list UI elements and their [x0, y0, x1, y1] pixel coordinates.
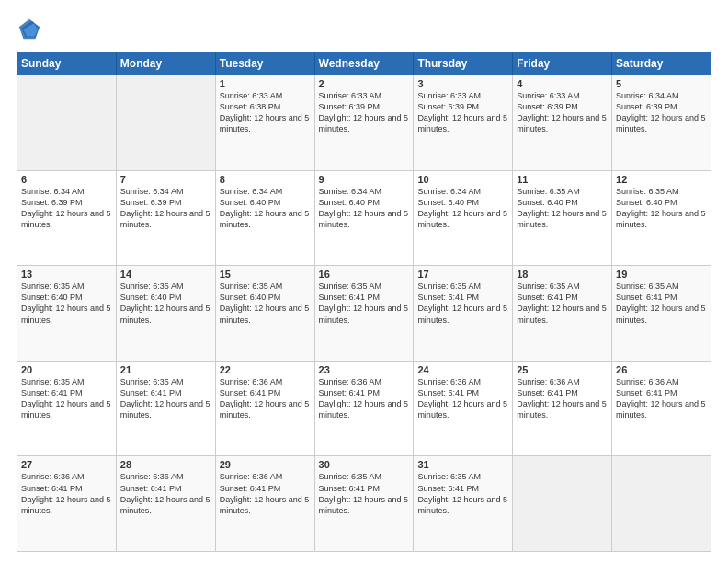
calendar-cell: 9Sunrise: 6:34 AMSunset: 6:40 PMDaylight…: [314, 170, 414, 266]
calendar-cell: 25Sunrise: 6:36 AMSunset: 6:41 PMDayligh…: [513, 361, 612, 456]
day-number: 3: [417, 78, 508, 89]
calendar-cell: 26Sunrise: 6:36 AMSunset: 6:41 PMDayligh…: [612, 361, 711, 456]
calendar-cell: 2Sunrise: 6:33 AMSunset: 6:39 PMDaylight…: [314, 75, 414, 171]
calendar-cell: 1Sunrise: 6:33 AMSunset: 6:38 PMDaylight…: [215, 75, 314, 171]
day-info: Sunrise: 6:36 AMSunset: 6:41 PMDaylight:…: [120, 471, 211, 516]
day-info: Sunrise: 6:35 AMSunset: 6:41 PMDaylight:…: [319, 471, 410, 516]
header: [17, 17, 711, 42]
day-number: 9: [319, 174, 410, 185]
week-row-1: 1Sunrise: 6:33 AMSunset: 6:38 PMDaylight…: [17, 75, 711, 171]
day-number: 5: [616, 78, 707, 89]
day-info: Sunrise: 6:33 AMSunset: 6:39 PMDaylight:…: [319, 90, 410, 135]
day-number: 16: [319, 269, 410, 280]
logo: [17, 17, 46, 42]
calendar-cell: 29Sunrise: 6:36 AMSunset: 6:41 PMDayligh…: [215, 456, 314, 552]
day-info: Sunrise: 6:35 AMSunset: 6:41 PMDaylight:…: [417, 281, 508, 326]
day-number: 28: [120, 459, 211, 470]
day-info: Sunrise: 6:35 AMSunset: 6:41 PMDaylight:…: [616, 281, 707, 326]
calendar-cell: 17Sunrise: 6:35 AMSunset: 6:41 PMDayligh…: [414, 266, 513, 362]
weekday-header-sunday: Sunday: [17, 52, 117, 75]
day-number: 2: [319, 78, 410, 89]
day-info: Sunrise: 6:35 AMSunset: 6:40 PMDaylight:…: [220, 281, 311, 326]
calendar-cell: 10Sunrise: 6:34 AMSunset: 6:40 PMDayligh…: [414, 170, 513, 266]
day-info: Sunrise: 6:36 AMSunset: 6:41 PMDaylight:…: [21, 471, 112, 516]
day-number: 13: [21, 269, 112, 280]
day-info: Sunrise: 6:36 AMSunset: 6:41 PMDaylight:…: [220, 376, 311, 421]
calendar-cell: [612, 456, 711, 552]
calendar-cell: 19Sunrise: 6:35 AMSunset: 6:41 PMDayligh…: [612, 266, 711, 362]
calendar-cell: 16Sunrise: 6:35 AMSunset: 6:41 PMDayligh…: [314, 266, 414, 362]
day-number: 10: [417, 174, 508, 185]
day-number: 24: [417, 364, 508, 375]
calendar-cell: 5Sunrise: 6:34 AMSunset: 6:39 PMDaylight…: [612, 75, 711, 171]
week-row-5: 27Sunrise: 6:36 AMSunset: 6:41 PMDayligh…: [17, 456, 711, 552]
weekday-header-wednesday: Wednesday: [314, 52, 414, 75]
day-info: Sunrise: 6:35 AMSunset: 6:41 PMDaylight:…: [417, 471, 508, 516]
day-info: Sunrise: 6:36 AMSunset: 6:41 PMDaylight:…: [417, 376, 508, 421]
day-number: 25: [517, 364, 608, 375]
day-info: Sunrise: 6:36 AMSunset: 6:41 PMDaylight:…: [616, 376, 707, 421]
calendar-cell: 13Sunrise: 6:35 AMSunset: 6:40 PMDayligh…: [17, 266, 117, 362]
day-info: Sunrise: 6:34 AMSunset: 6:39 PMDaylight:…: [120, 186, 211, 231]
day-number: 6: [21, 174, 112, 185]
day-number: 8: [220, 174, 311, 185]
day-number: 21: [120, 364, 211, 375]
day-number: 30: [319, 459, 410, 470]
weekday-header-row: SundayMondayTuesdayWednesdayThursdayFrid…: [17, 52, 711, 75]
day-number: 7: [120, 174, 211, 185]
day-info: Sunrise: 6:35 AMSunset: 6:40 PMDaylight:…: [616, 186, 707, 231]
weekday-header-monday: Monday: [116, 52, 215, 75]
day-info: Sunrise: 6:35 AMSunset: 6:41 PMDaylight:…: [120, 376, 211, 421]
day-info: Sunrise: 6:35 AMSunset: 6:41 PMDaylight:…: [21, 376, 112, 421]
calendar-cell: [17, 75, 117, 171]
calendar-cell: 20Sunrise: 6:35 AMSunset: 6:41 PMDayligh…: [17, 361, 117, 456]
calendar-table: SundayMondayTuesdayWednesdayThursdayFrid…: [17, 52, 711, 552]
calendar-cell: 8Sunrise: 6:34 AMSunset: 6:40 PMDaylight…: [215, 170, 314, 266]
calendar-cell: [116, 75, 215, 171]
calendar-cell: 14Sunrise: 6:35 AMSunset: 6:40 PMDayligh…: [116, 266, 215, 362]
day-number: 31: [417, 459, 508, 470]
day-number: 18: [517, 269, 608, 280]
day-number: 23: [319, 364, 410, 375]
day-number: 17: [417, 269, 508, 280]
weekday-header-tuesday: Tuesday: [215, 52, 314, 75]
calendar-cell: 6Sunrise: 6:34 AMSunset: 6:39 PMDaylight…: [17, 170, 117, 266]
day-number: 20: [21, 364, 112, 375]
day-info: Sunrise: 6:34 AMSunset: 6:40 PMDaylight:…: [220, 186, 311, 231]
day-number: 12: [616, 174, 707, 185]
day-number: 27: [21, 459, 112, 470]
day-info: Sunrise: 6:36 AMSunset: 6:41 PMDaylight:…: [319, 376, 410, 421]
calendar-cell: 22Sunrise: 6:36 AMSunset: 6:41 PMDayligh…: [215, 361, 314, 456]
calendar-cell: [513, 456, 612, 552]
day-info: Sunrise: 6:35 AMSunset: 6:40 PMDaylight:…: [21, 281, 112, 326]
week-row-3: 13Sunrise: 6:35 AMSunset: 6:40 PMDayligh…: [17, 266, 711, 362]
day-info: Sunrise: 6:34 AMSunset: 6:39 PMDaylight:…: [21, 186, 112, 231]
calendar-cell: 3Sunrise: 6:33 AMSunset: 6:39 PMDaylight…: [414, 75, 513, 171]
calendar-cell: 21Sunrise: 6:35 AMSunset: 6:41 PMDayligh…: [116, 361, 215, 456]
day-number: 14: [120, 269, 211, 280]
day-info: Sunrise: 6:36 AMSunset: 6:41 PMDaylight:…: [517, 376, 608, 421]
weekday-header-friday: Friday: [513, 52, 612, 75]
day-number: 11: [517, 174, 608, 185]
calendar-cell: 28Sunrise: 6:36 AMSunset: 6:41 PMDayligh…: [116, 456, 215, 552]
weekday-header-saturday: Saturday: [612, 52, 711, 75]
calendar-cell: 18Sunrise: 6:35 AMSunset: 6:41 PMDayligh…: [513, 266, 612, 362]
page: SundayMondayTuesdayWednesdayThursdayFrid…: [0, 0, 728, 563]
calendar-cell: 4Sunrise: 6:33 AMSunset: 6:39 PMDaylight…: [513, 75, 612, 171]
weekday-header-thursday: Thursday: [414, 52, 513, 75]
day-number: 1: [220, 78, 311, 89]
calendar-cell: 23Sunrise: 6:36 AMSunset: 6:41 PMDayligh…: [314, 361, 414, 456]
calendar-cell: 30Sunrise: 6:35 AMSunset: 6:41 PMDayligh…: [314, 456, 414, 552]
calendar-cell: 12Sunrise: 6:35 AMSunset: 6:40 PMDayligh…: [612, 170, 711, 266]
day-number: 26: [616, 364, 707, 375]
day-info: Sunrise: 6:36 AMSunset: 6:41 PMDaylight:…: [220, 471, 311, 516]
day-info: Sunrise: 6:35 AMSunset: 6:40 PMDaylight:…: [120, 281, 211, 326]
day-info: Sunrise: 6:33 AMSunset: 6:38 PMDaylight:…: [220, 90, 311, 135]
day-info: Sunrise: 6:33 AMSunset: 6:39 PMDaylight:…: [417, 90, 508, 135]
logo-icon: [17, 17, 42, 42]
day-info: Sunrise: 6:35 AMSunset: 6:40 PMDaylight:…: [517, 186, 608, 231]
week-row-2: 6Sunrise: 6:34 AMSunset: 6:39 PMDaylight…: [17, 170, 711, 266]
calendar-cell: 7Sunrise: 6:34 AMSunset: 6:39 PMDaylight…: [116, 170, 215, 266]
day-info: Sunrise: 6:35 AMSunset: 6:41 PMDaylight:…: [319, 281, 410, 326]
calendar-cell: 11Sunrise: 6:35 AMSunset: 6:40 PMDayligh…: [513, 170, 612, 266]
